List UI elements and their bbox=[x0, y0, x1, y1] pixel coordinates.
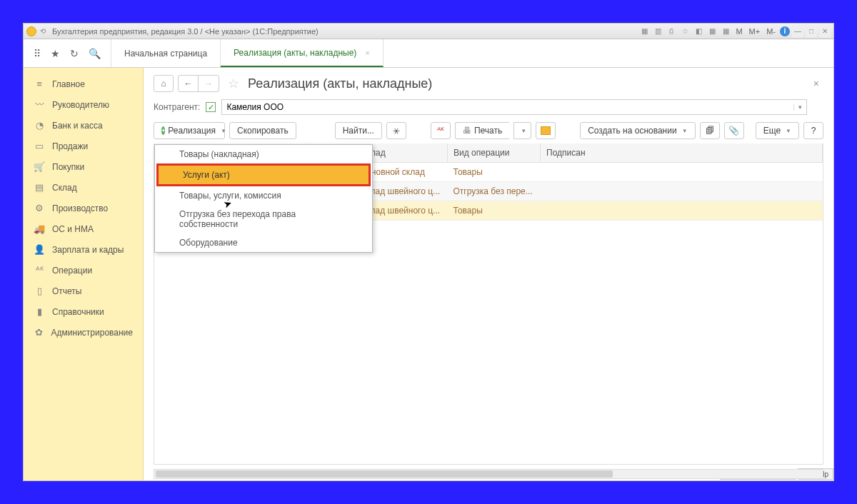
th-operation[interactable]: Вид операции bbox=[448, 143, 541, 163]
dd-item-goods-invoice[interactable]: Товары (накладная) bbox=[155, 145, 372, 163]
forward-button[interactable]: → bbox=[199, 76, 219, 91]
scrollbar-thumb[interactable] bbox=[156, 470, 613, 478]
sidebar-item-admin[interactable]: ✿Администрирование bbox=[24, 322, 143, 343]
operations-icon: ᴬᴷ bbox=[34, 265, 45, 276]
sidebar-item-label: Администрирование bbox=[51, 328, 133, 338]
sidebar-item-reports[interactable]: ▯Отчеты bbox=[24, 281, 143, 301]
tb-icon-5[interactable]: ◧ bbox=[693, 26, 704, 37]
apps-grid-icon[interactable]: ⠿ bbox=[34, 48, 41, 59]
cart-icon: 🛒 bbox=[34, 161, 45, 172]
nav-back-forward: ← → bbox=[178, 75, 219, 92]
printer-icon: 🖶 bbox=[463, 126, 471, 136]
window-close-button[interactable]: ✕ bbox=[819, 26, 831, 37]
filter-row: Контрагент: ✓ Камелия ООО ▾ bbox=[144, 96, 833, 118]
dd-item-goods-services-commission[interactable]: Товары, услуги, комиссия bbox=[155, 186, 372, 205]
document-icon-button[interactable]: 🗐 bbox=[700, 122, 720, 139]
create-based-on-button[interactable]: Создать на основании▼ bbox=[580, 122, 695, 139]
m-plus-button[interactable]: M+ bbox=[747, 26, 763, 37]
attachment-button[interactable]: 📎 bbox=[724, 122, 744, 139]
favorite-star-icon[interactable]: ☆ bbox=[228, 76, 239, 91]
toolbar: + Реализация ▼ Товары (накладная) Услуги… bbox=[144, 118, 833, 143]
reports-icon: ▯ bbox=[34, 286, 45, 296]
help-button[interactable]: ? bbox=[803, 122, 823, 139]
minimize-button[interactable]: — bbox=[792, 26, 803, 37]
tab-close-icon[interactable]: × bbox=[365, 49, 369, 57]
catalogs-icon: ▮ bbox=[34, 306, 45, 317]
sidebar-item-label: ОС и НМА bbox=[52, 224, 94, 234]
home-button[interactable]: ⌂ bbox=[154, 75, 174, 92]
calendar-icon[interactable]: ▦ bbox=[720, 26, 731, 37]
filter-label: Контрагент: bbox=[154, 102, 200, 112]
sidebar-item-main[interactable]: ≡Главное bbox=[24, 74, 143, 94]
sidebar-item-purchases[interactable]: 🛒Покупки bbox=[24, 156, 143, 177]
debit-credit-button[interactable]: ᴬᴷ bbox=[431, 122, 451, 139]
dd-item-shipment-no-transfer[interactable]: Отгрузка без перехода права собственност… bbox=[155, 205, 372, 233]
email-button[interactable] bbox=[536, 122, 556, 139]
sidebar-item-manager[interactable]: 〰Руководителю bbox=[24, 94, 143, 115]
bank-icon: ◔ bbox=[34, 120, 45, 131]
sidebar-item-label: Продажи bbox=[52, 141, 88, 151]
topbar-icon-group: ⠿ ★ ↻ 🔍 bbox=[24, 39, 111, 67]
sidebar-item-label: Главное bbox=[52, 79, 85, 89]
person-icon: 👤 bbox=[34, 244, 45, 255]
chevron-down-icon: ▼ bbox=[221, 128, 226, 134]
sidebar-item-label: Справочники bbox=[52, 307, 104, 317]
sidebar-item-warehouse[interactable]: ▤Склад bbox=[24, 177, 143, 198]
button-label: Реализация bbox=[168, 126, 216, 136]
search-icon[interactable]: 🔍 bbox=[89, 48, 101, 59]
tb-icon-1[interactable]: ▦ bbox=[638, 26, 650, 37]
sidebar-item-label: Покупки bbox=[52, 162, 84, 172]
realize-button[interactable]: + Реализация ▼ Товары (накладная) Услуги… bbox=[154, 122, 225, 139]
sidebar-item-production[interactable]: ⚙Производство bbox=[24, 198, 143, 218]
sidebar-item-operations[interactable]: ᴬᴷОперации bbox=[24, 260, 143, 281]
dropdown-caret-icon[interactable]: ▾ bbox=[793, 104, 802, 111]
tb-icon-3[interactable]: ⎙ bbox=[666, 26, 677, 37]
info-icon[interactable]: i bbox=[780, 26, 790, 36]
clear-filter-button[interactable]: ⚹ bbox=[386, 122, 406, 139]
m-minus-button[interactable]: M- bbox=[764, 26, 778, 37]
page-close-icon[interactable]: × bbox=[809, 78, 823, 89]
tb-icon-2[interactable]: ▥ bbox=[652, 26, 663, 37]
tab-realization[interactable]: Реализация (акты, накладные) × bbox=[221, 39, 384, 67]
gear-icon: ⚙ bbox=[34, 203, 45, 213]
maximize-button[interactable]: □ bbox=[806, 26, 817, 37]
filter-checkbox[interactable]: ✓ bbox=[206, 102, 216, 112]
horizontal-scrollbar[interactable] bbox=[154, 469, 823, 479]
counterparty-input[interactable]: Камелия ООО ▾ bbox=[221, 99, 807, 115]
dd-item-services-act[interactable]: Услуги (акт) bbox=[156, 163, 371, 186]
m-button[interactable]: M bbox=[733, 26, 744, 37]
calculator-icon[interactable]: ▦ bbox=[706, 26, 718, 37]
copy-button[interactable]: Скопировать bbox=[229, 122, 296, 139]
dd-item-equipment[interactable]: Оборудование bbox=[155, 233, 372, 252]
th-signed[interactable]: Подписан bbox=[541, 143, 823, 163]
refresh-icon[interactable]: ⟲ bbox=[38, 26, 48, 36]
truck-icon: 🚚 bbox=[34, 223, 45, 234]
more-button[interactable]: Еще▼ bbox=[756, 122, 799, 139]
plus-icon: + bbox=[161, 126, 165, 135]
sidebar-item-label: Руководителю bbox=[52, 100, 109, 110]
menu-icon: ≡ bbox=[34, 79, 45, 89]
body: ≡Главное 〰Руководителю ◔Банк и касса ▭Пр… bbox=[24, 68, 833, 480]
main-header: ⌂ ← → ☆ Реализация (акты, накладные) × bbox=[144, 68, 833, 96]
warehouse-icon: ▤ bbox=[34, 182, 45, 193]
print-dropdown-button[interactable]: ▼ bbox=[513, 122, 531, 139]
favorite-icon[interactable]: ☆ bbox=[679, 26, 691, 37]
print-button[interactable]: 🖶Печать bbox=[455, 122, 509, 139]
sidebar-item-catalogs[interactable]: ▮Справочники bbox=[24, 301, 143, 322]
page-title: Реализация (акты, накладные) bbox=[248, 76, 432, 91]
sidebar-item-label: Операции bbox=[52, 266, 92, 276]
sidebar-item-assets[interactable]: 🚚ОС и НМА bbox=[24, 218, 143, 239]
star-icon[interactable]: ★ bbox=[51, 48, 60, 59]
window-title: Бухгалтерия предприятия, редакция 3.0 / … bbox=[52, 27, 638, 36]
tab-start-page[interactable]: Начальная страница bbox=[111, 39, 221, 67]
find-button[interactable]: Найти... bbox=[335, 122, 382, 139]
realize-dropdown-menu: Товары (накладная) Услуги (акт) Товары, … bbox=[154, 144, 373, 253]
back-button[interactable]: ← bbox=[179, 76, 199, 91]
history-icon[interactable]: ↻ bbox=[70, 48, 79, 59]
app-logo-icon bbox=[26, 26, 36, 36]
sidebar-item-bank[interactable]: ◔Банк и касса bbox=[24, 115, 143, 136]
tab-label: Начальная страница bbox=[124, 49, 207, 59]
tab-label: Реализация (акты, накладные) bbox=[234, 48, 356, 58]
sidebar-item-sales[interactable]: ▭Продажи bbox=[24, 136, 143, 156]
sidebar-item-hr[interactable]: 👤Зарплата и кадры bbox=[24, 239, 143, 260]
